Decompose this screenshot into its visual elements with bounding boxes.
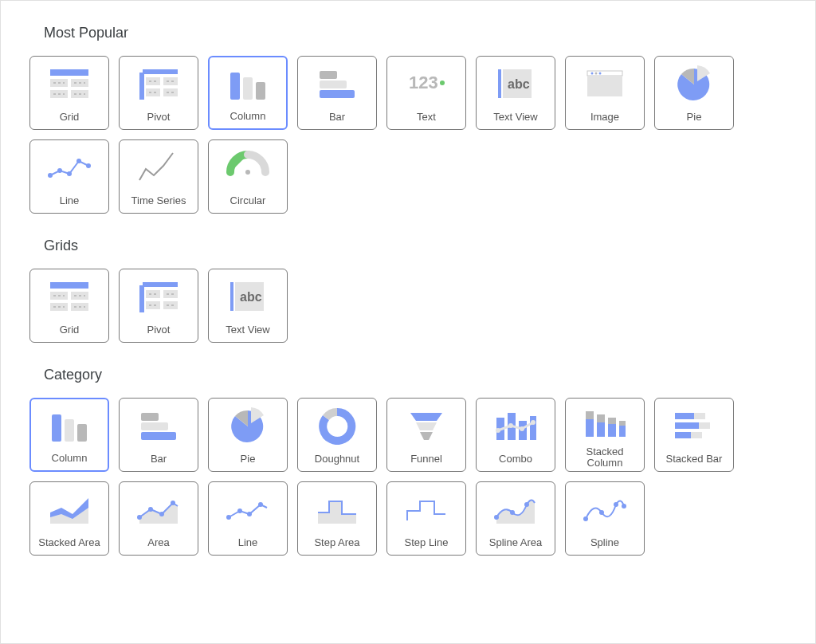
pie-icon <box>655 57 733 107</box>
tile-bar[interactable]: Bar <box>119 398 198 472</box>
tile-stackedbar[interactable]: Stacked Bar <box>654 398 734 472</box>
tile-label: Image <box>587 107 622 129</box>
tile-label: Text <box>414 107 439 129</box>
tile-bar[interactable]: Bar <box>297 56 377 130</box>
column-icon <box>210 57 286 106</box>
funnel-icon <box>387 399 465 449</box>
circular-icon <box>209 140 287 190</box>
tile-line[interactable]: Line <box>29 139 109 214</box>
tile-textview[interactable]: Text View <box>208 269 288 343</box>
doughnut-icon <box>298 399 376 449</box>
tile-pivot[interactable]: Pivot <box>119 269 198 343</box>
timeseries-icon <box>120 140 198 190</box>
tile-label: Pivot <box>144 320 174 342</box>
column-icon <box>31 399 108 448</box>
section-grids: GridsGridPivotText View <box>29 238 787 343</box>
area-icon <box>120 482 198 532</box>
tile-pie[interactable]: Pie <box>654 56 734 130</box>
text-icon <box>387 57 465 107</box>
bar-icon <box>298 57 376 107</box>
tile-label: Grid <box>57 320 83 342</box>
stepline-icon <box>387 482 465 532</box>
section-category: CategoryColumnBarPieDoughnutFunnelComboS… <box>29 367 787 556</box>
tile-label: Stacked Area <box>35 532 103 555</box>
tile-steparea[interactable]: Step Area <box>297 481 377 556</box>
section-title: Most Popular <box>44 25 787 41</box>
image-icon <box>566 57 644 107</box>
tile-label: Step Line <box>402 532 452 555</box>
tile-label: Stacked Column <box>566 442 644 476</box>
tile-label: Area <box>144 532 172 555</box>
tile-funnel[interactable]: Funnel <box>386 398 466 472</box>
grid-icon <box>30 269 108 320</box>
section-title: Category <box>44 367 787 383</box>
bar-icon <box>120 399 198 449</box>
tile-label: Pie <box>684 107 705 129</box>
tile-label: Text View <box>222 320 273 342</box>
tile-label: Bar <box>326 107 348 129</box>
tile-label: Column <box>227 106 269 128</box>
steparea-icon <box>298 482 376 532</box>
stackedbar-icon <box>655 399 733 449</box>
tile-label: Grid <box>57 107 83 129</box>
tile-label: Column <box>49 448 91 470</box>
tile-label: Text View <box>490 107 540 129</box>
tile-label: Step Area <box>311 532 363 555</box>
tile-column[interactable]: Column <box>29 398 109 472</box>
line2-icon <box>209 482 287 532</box>
tile-timeseries[interactable]: Time Series <box>119 139 198 214</box>
tile-pivot[interactable]: Pivot <box>119 56 198 130</box>
tile-label: Spline Area <box>486 532 546 555</box>
tile-label: Bar <box>147 449 170 471</box>
tile-label: Stacked Bar <box>663 449 726 471</box>
tile-label: Combo <box>496 449 536 471</box>
tile-label: Time Series <box>128 190 190 213</box>
section-most-popular: Most PopularGridPivotColumnBarTextText V… <box>29 25 787 214</box>
tile-label: Funnel <box>407 449 445 471</box>
tile-pie[interactable]: Pie <box>208 398 288 472</box>
tile-label: Spline <box>587 532 622 555</box>
pivot-icon <box>120 57 198 107</box>
tile-splinearea[interactable]: Spline Area <box>476 481 555 556</box>
tile-textview[interactable]: Text View <box>476 56 555 130</box>
tile-label: Pie <box>237 449 259 471</box>
tile-label: Doughnut <box>312 449 363 471</box>
tile-grid[interactable]: Grid <box>29 269 109 343</box>
tile-label: Line <box>235 532 261 555</box>
tile-circular[interactable]: Circular <box>208 139 288 214</box>
tile-grid: GridPivotText View <box>29 269 787 343</box>
spline-icon <box>566 482 644 532</box>
combo-icon <box>477 399 555 449</box>
tile-stackedarea[interactable]: Stacked Area <box>29 481 109 556</box>
tile-line2[interactable]: Line <box>208 481 288 556</box>
splinearea-icon <box>477 482 555 532</box>
stackedcolumn-icon <box>566 399 644 442</box>
pivot-icon <box>120 269 198 320</box>
tile-label: Pivot <box>144 107 174 129</box>
textview-icon <box>209 269 287 320</box>
grid-icon <box>30 57 108 107</box>
line-icon <box>30 140 108 190</box>
tile-grid: ColumnBarPieDoughnutFunnelComboStacked C… <box>29 398 787 556</box>
pie-icon <box>209 399 287 449</box>
tile-label: Line <box>57 190 83 213</box>
tile-grid[interactable]: Grid <box>29 56 109 130</box>
tile-area[interactable]: Area <box>119 481 198 556</box>
section-title: Grids <box>44 238 787 254</box>
tile-stackedcolumn[interactable]: Stacked Column <box>565 398 645 472</box>
tile-image[interactable]: Image <box>565 56 645 130</box>
tile-grid: GridPivotColumnBarTextText ViewImagePieL… <box>29 56 787 214</box>
tile-doughnut[interactable]: Doughnut <box>297 398 377 472</box>
tile-stepline[interactable]: Step Line <box>386 481 466 556</box>
tile-text[interactable]: Text <box>386 56 466 130</box>
tile-label: Circular <box>227 190 269 213</box>
stackedarea-icon <box>30 482 108 532</box>
tile-spline[interactable]: Spline <box>565 481 645 556</box>
chart-type-chooser: Most PopularGridPivotColumnBarTextText V… <box>1 1 815 579</box>
tile-column[interactable]: Column <box>208 56 288 130</box>
textview-icon <box>477 57 555 107</box>
tile-combo[interactable]: Combo <box>476 398 555 472</box>
